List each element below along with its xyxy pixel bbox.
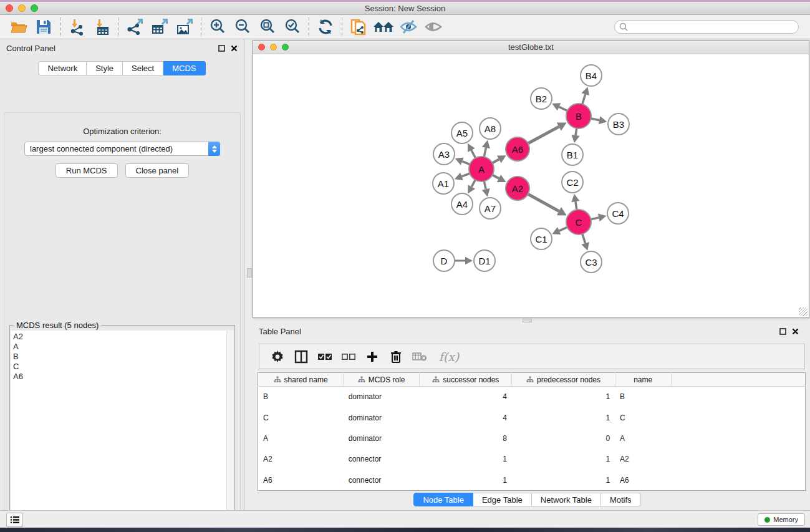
- table-cell[interactable]: A6: [258, 470, 344, 490]
- result-list-item[interactable]: A6: [13, 372, 234, 382]
- network-window-titlebar[interactable]: testGlobe.txt: [253, 41, 809, 54]
- table-cell[interactable]: connector: [344, 449, 420, 470]
- tab-mcds[interactable]: MCDS: [163, 61, 205, 75]
- table-cell[interactable]: A: [615, 428, 671, 448]
- table-row[interactable]: A2connector11A2: [258, 449, 806, 470]
- export-image-icon[interactable]: [172, 17, 197, 37]
- table-cell[interactable]: 1: [420, 449, 512, 470]
- zoom-in-icon[interactable]: [205, 17, 230, 37]
- table-cell[interactable]: 8: [420, 428, 512, 448]
- select-all-icon[interactable]: [314, 346, 335, 367]
- table-cell[interactable]: A2: [615, 449, 671, 470]
- result-scrollbar[interactable]: [226, 331, 234, 532]
- criterion-dropdown[interactable]: largest connected component (directed): [24, 142, 220, 156]
- table-cell[interactable]: 1: [512, 449, 615, 470]
- column-panel-icon[interactable]: [291, 346, 312, 367]
- table-row[interactable]: Adominator80A: [258, 428, 806, 448]
- resize-grip-icon[interactable]: [799, 307, 808, 316]
- tab-select[interactable]: Select: [123, 61, 163, 75]
- close-panel-icon[interactable]: [231, 45, 238, 52]
- close-panel-button[interactable]: Close panel: [125, 163, 190, 178]
- table-cell[interactable]: 0: [512, 428, 615, 448]
- export-network-icon[interactable]: [122, 17, 147, 37]
- column-header-shared-name[interactable]: shared name: [258, 373, 344, 387]
- function-builder-icon[interactable]: f(x): [433, 346, 465, 367]
- split-divider-handle[interactable]: [247, 268, 252, 278]
- float-panel-icon[interactable]: [218, 45, 225, 52]
- refresh-icon[interactable]: [313, 17, 338, 37]
- table-cell[interactable]: 1: [420, 470, 512, 490]
- import-network-icon[interactable]: [64, 17, 89, 37]
- column-header-predecessor-nodes[interactable]: predecessor nodes: [512, 373, 615, 387]
- table-cell[interactable]: [671, 470, 805, 490]
- clone-network-icon[interactable]: [346, 17, 371, 37]
- table-cell[interactable]: dominator: [344, 387, 420, 407]
- zoom-selected-icon[interactable]: [280, 17, 305, 37]
- tab-edge-table[interactable]: Edge Table: [473, 493, 532, 506]
- result-list-item[interactable]: C: [13, 362, 234, 372]
- zoom-fit-icon[interactable]: [255, 17, 280, 37]
- hide-graphics-icon[interactable]: [396, 17, 421, 37]
- export-table-icon[interactable]: [147, 17, 172, 37]
- table-cell[interactable]: 4: [420, 387, 512, 407]
- memory-button[interactable]: Memory: [758, 513, 805, 526]
- table-row[interactable]: A6connector11A6: [258, 470, 806, 490]
- table-cell[interactable]: A: [258, 428, 344, 448]
- open-file-icon[interactable]: [6, 17, 31, 37]
- delete-row-icon[interactable]: [385, 346, 407, 367]
- table-cell[interactable]: [671, 449, 805, 470]
- main-titlebar[interactable]: Session: New Session: [0, 2, 810, 15]
- zoom-out-icon[interactable]: [230, 17, 255, 37]
- column-header-successor-nodes[interactable]: successor nodes: [420, 373, 512, 387]
- table-cell[interactable]: C: [258, 407, 344, 428]
- home-view-icon[interactable]: [371, 17, 396, 37]
- column-header-empty[interactable]: [671, 373, 805, 387]
- table-settings-icon[interactable]: [267, 346, 288, 367]
- table-cell[interactable]: 1: [512, 387, 615, 407]
- table-cell[interactable]: [671, 387, 805, 407]
- task-history-button[interactable]: [6, 513, 23, 527]
- table-cell[interactable]: C: [615, 407, 671, 428]
- run-mcds-button[interactable]: Run MCDS: [55, 163, 118, 178]
- result-list-item[interactable]: A: [13, 342, 234, 352]
- table-cell[interactable]: 1: [512, 470, 615, 490]
- table-row[interactable]: Cdominator41C: [258, 407, 806, 428]
- node-label-A8: A8: [485, 123, 496, 134]
- tab-style[interactable]: Style: [87, 61, 123, 75]
- node-label-A3: A3: [438, 149, 450, 160]
- tab-network-table[interactable]: Network Table: [532, 493, 601, 506]
- network-graph[interactable]: B4B2BB3B1A5A8A6A3AA1C2A2A4A7C4CC1C3DD1: [253, 54, 809, 317]
- mcds-result-list[interactable]: A2ABCA6: [11, 331, 234, 532]
- close-table-panel-icon[interactable]: [792, 328, 799, 335]
- table-row[interactable]: Bdominator41B: [258, 387, 806, 407]
- tab-node-table[interactable]: Node Table: [413, 493, 473, 506]
- import-table-icon[interactable]: [89, 17, 114, 37]
- table-cell[interactable]: [671, 407, 805, 428]
- show-graphics-icon[interactable]: [421, 17, 446, 37]
- result-list-item[interactable]: A2: [13, 332, 234, 342]
- table-cell[interactable]: B: [258, 387, 344, 407]
- table-header-row[interactable]: shared nameMCDS rolesuccessor nodesprede…: [258, 373, 806, 387]
- save-session-icon[interactable]: [31, 17, 56, 37]
- deselect-all-icon[interactable]: [338, 346, 359, 367]
- table-cell[interactable]: connector: [344, 470, 420, 490]
- table-cell[interactable]: A2: [258, 449, 344, 470]
- delete-table-icon[interactable]: [409, 346, 430, 367]
- add-row-icon[interactable]: [362, 346, 383, 367]
- column-header-name[interactable]: name: [615, 373, 671, 387]
- column-header-MCDS-role[interactable]: MCDS role: [344, 373, 420, 387]
- table-cell[interactable]: dominator: [344, 407, 420, 428]
- table-cell[interactable]: 1: [512, 407, 615, 428]
- table-cell[interactable]: A6: [615, 470, 671, 490]
- table-cell[interactable]: 4: [420, 407, 512, 428]
- table-cell[interactable]: [671, 428, 805, 448]
- search-input[interactable]: [614, 20, 799, 34]
- result-list-item[interactable]: B: [13, 352, 234, 362]
- tab-network[interactable]: Network: [38, 61, 87, 75]
- float-table-panel-icon[interactable]: [779, 328, 786, 335]
- table-cell[interactable]: B: [615, 387, 671, 407]
- graph-canvas[interactable]: B4B2BB3B1A5A8A6A3AA1C2A2A4A7C4CC1C3DD1: [253, 54, 809, 317]
- tab-motifs[interactable]: Motifs: [601, 493, 641, 506]
- table-cell[interactable]: dominator: [344, 428, 420, 448]
- node-table[interactable]: shared nameMCDS rolesuccessor nodesprede…: [258, 372, 806, 491]
